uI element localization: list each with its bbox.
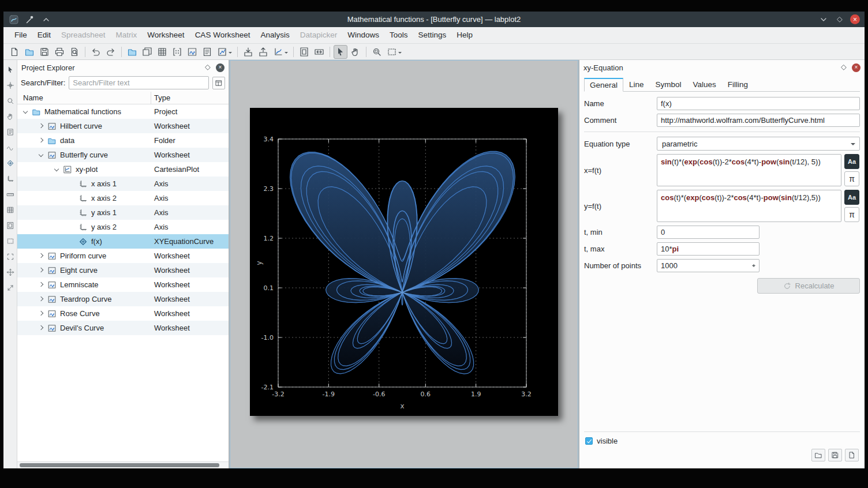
new-project-button[interactable] [8,45,21,59]
box-tool-button[interactable] [5,220,16,231]
float-panel-icon[interactable] [840,63,848,72]
new-matrix-button[interactable] [170,45,184,59]
points-spinner[interactable]: 1000 [657,259,760,272]
menu-cas-worksheet[interactable]: CAS Worksheet [190,27,256,43]
tab-values[interactable]: Values [687,78,722,92]
tree-row-devil-s-curve[interactable]: Devil's CurveWorksheet [17,321,229,335]
menu-edit[interactable]: Edit [32,27,56,43]
tree-row-butterfly-curve[interactable]: Butterfly curveWorksheet [17,148,229,162]
menu-settings[interactable]: Settings [413,27,452,43]
menu-worksheet[interactable]: Worksheet [142,27,189,43]
tree-row-x-axis-2[interactable]: x axis 2Axis [17,191,229,205]
axis-tool-button[interactable] [5,174,16,184]
tree-row-hilbert-curve[interactable]: Hilbert curveWorksheet [17,119,229,133]
pan-view-button[interactable] [349,45,362,59]
search-input[interactable] [69,76,209,89]
tree-row-eight-curve[interactable]: Eight curveWorksheet [17,263,229,277]
tree-row-x-axis-1[interactable]: x axis 1Axis [17,177,229,191]
expander-icon[interactable] [39,123,44,129]
select-pointer-button[interactable] [334,45,347,59]
expander-icon[interactable] [39,138,44,143]
y-functions-button[interactable]: π [844,207,859,222]
tree-row-piriform-curve[interactable]: Piriform curveWorksheet [17,249,229,263]
zoom-select-button[interactable] [370,45,384,59]
expander-icon[interactable] [39,282,44,287]
scrollbar-thumb[interactable] [20,463,219,467]
recalculate-button[interactable]: Recalculate [757,278,860,294]
expander-icon[interactable] [39,268,44,273]
dashed-select-tool-button[interactable] [5,236,16,246]
y-constants-button[interactable]: Aa [844,190,859,205]
template-load-button[interactable] [811,449,825,461]
print-preview-button[interactable] [68,45,81,59]
undo-button[interactable] [89,45,103,59]
t-max-input[interactable]: 10*pi [657,242,760,256]
tree-row-teardrop-curve[interactable]: Teardrop CurveWorksheet [17,292,229,306]
tree-row-y-axis-1[interactable]: y axis 1Axis [17,205,229,220]
grid-tool-button[interactable] [5,205,16,215]
zoom-tool-button[interactable] [5,96,16,106]
save-project-button[interactable] [38,45,51,59]
select-region-button[interactable] [385,45,403,59]
zoom-fit-page-button[interactable] [297,45,311,59]
tree-row-y-axis-2[interactable]: y axis 2Axis [17,220,229,234]
template-save-button[interactable] [828,449,842,461]
chevron-up-icon[interactable] [40,14,52,25]
expander-icon[interactable] [39,311,44,316]
tab-symbol[interactable]: Symbol [650,78,687,92]
menu-windows[interactable]: Windows [342,27,384,43]
chevron-down-icon[interactable] [818,14,829,25]
print-button[interactable] [53,45,66,59]
move-tool-button[interactable] [5,267,16,277]
new-spreadsheet-button[interactable] [155,45,169,59]
equation-type-select[interactable]: parametric [657,137,860,151]
column-header-type[interactable]: Type [151,93,170,102]
t-min-input[interactable] [657,226,760,239]
expander-icon[interactable] [54,167,59,172]
expander-icon[interactable] [39,152,44,157]
float-panel-icon[interactable] [204,63,212,72]
horizontal-scrollbar[interactable] [17,461,229,468]
corners-tool-button[interactable] [5,251,16,262]
expander-icon[interactable] [39,325,44,331]
new-workbook-button[interactable] [140,45,154,59]
tree-row-f-x[interactable]: f(x)XYEquationCurve [17,234,229,249]
new-folder-button[interactable] [125,45,139,59]
pan-tool-button[interactable] [5,111,16,122]
pin-icon[interactable] [24,14,36,25]
expander-icon[interactable] [39,253,44,258]
name-input[interactable] [657,97,860,110]
import-button[interactable] [241,45,255,59]
menu-analysis[interactable]: Analysis [255,27,294,43]
tree-row-mathematical-functions[interactable]: Mathematical functionsProject [17,104,229,119]
comment-input[interactable] [657,114,860,127]
close-panel-icon[interactable]: × [852,63,860,72]
new-datapicker-button[interactable] [215,45,234,59]
menu-help[interactable]: Help [451,27,478,43]
open-project-button[interactable] [23,45,36,59]
tree-row-data[interactable]: dataFolder [17,133,229,148]
tree-row-xy-plot[interactable]: xy-plotCartesianPlot [17,162,229,177]
tree-row-lemniscate[interactable]: LemniscateWorksheet [17,277,229,292]
menu-tools[interactable]: Tools [384,27,413,43]
restore-icon[interactable] [834,14,845,25]
close-icon[interactable]: × [850,14,860,24]
x-functions-button[interactable]: π [844,171,859,186]
column-header-name[interactable]: Name [17,92,151,104]
shape-tool-button[interactable] [5,158,16,168]
x-equation-input[interactable]: sin(t)*(exp(cos(t))-2*cos(4*t)-pow(sin(t… [657,154,841,186]
tab-line[interactable]: Line [623,78,650,92]
new-notes-button[interactable] [200,45,214,59]
text-tool-button[interactable] [5,127,16,137]
redo-button[interactable] [104,45,118,59]
curve-tool-button[interactable] [5,142,16,153]
menu-file[interactable]: File [9,27,32,43]
tab-filling[interactable]: Filling [722,78,754,92]
zoom-fit-width-button[interactable] [312,45,326,59]
expander-icon[interactable] [39,296,44,302]
expand-tool-button[interactable] [5,283,16,293]
expander-icon[interactable] [23,109,28,114]
filter-options-button[interactable] [212,77,225,89]
tab-general[interactable]: General [584,78,623,92]
visible-checkbox[interactable] [585,437,593,445]
